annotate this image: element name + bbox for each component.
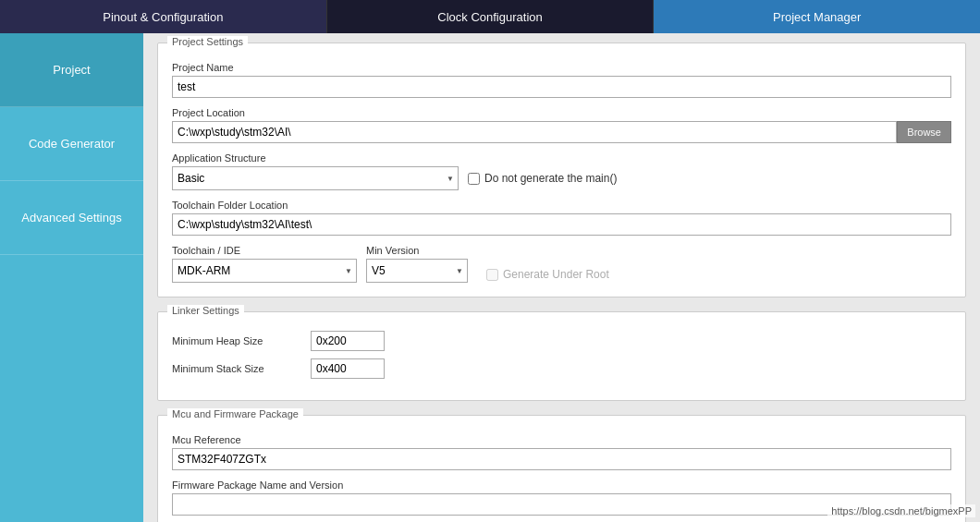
app-structure-group: Application Structure Basic Advanced Do … xyxy=(172,152,951,190)
watermark: https://blog.csdn.net/bigmexPP xyxy=(827,504,975,517)
generate-under-root-checkbox xyxy=(486,269,498,281)
min-heap-label: Minimum Heap Size xyxy=(172,335,301,346)
mcu-reference-input[interactable] xyxy=(172,448,951,470)
sidebar: Project Code Generator Advanced Settings xyxy=(0,33,143,522)
content-area: Project Settings Project Name Project Lo… xyxy=(143,33,980,522)
linker-settings-title: Linker Settings xyxy=(167,305,244,316)
mcu-firmware-title: Mcu and Firmware Package xyxy=(167,408,303,419)
toolchain-folder-group: Toolchain Folder Location xyxy=(172,200,951,236)
toolchain-folder-label: Toolchain Folder Location xyxy=(172,200,951,211)
min-version-group: Min Version V5 V4 xyxy=(366,245,468,283)
toolchain-folder-input[interactable] xyxy=(172,213,951,236)
toolchain-select-wrapper: MDK-ARM GCC IAR xyxy=(172,259,357,283)
generate-under-root-group: Generate Under Root xyxy=(477,268,609,283)
browse-button[interactable]: Browse xyxy=(897,121,951,143)
mcu-reference-label: Mcu Reference xyxy=(172,434,951,445)
firmware-package-label: Firmware Package Name and Version xyxy=(172,480,951,491)
toolchain-select[interactable]: MDK-ARM GCC IAR xyxy=(172,259,357,283)
min-version-select[interactable]: V5 V4 xyxy=(366,259,468,283)
do-not-generate-checkbox[interactable] xyxy=(468,173,480,185)
min-stack-input[interactable] xyxy=(311,358,385,379)
min-version-select-wrapper: V5 V4 xyxy=(366,259,468,283)
app-structure-select[interactable]: Basic Advanced xyxy=(172,166,459,190)
project-location-group: Project Location Browse xyxy=(172,107,951,143)
min-heap-input[interactable] xyxy=(311,331,385,351)
generate-under-root-label: Generate Under Root xyxy=(486,268,609,281)
tab-pinout-configuration[interactable]: Pinout & Configuration xyxy=(0,0,327,33)
sidebar-item-code-generator[interactable]: Code Generator xyxy=(0,107,143,181)
project-settings-title: Project Settings xyxy=(167,36,248,47)
linker-fields: Minimum Heap Size Minimum Stack Size xyxy=(172,331,951,379)
app-structure-label: Application Structure xyxy=(172,152,951,164)
top-navigation: Pinout & Configuration Clock Configurati… xyxy=(0,0,980,33)
min-version-label: Min Version xyxy=(366,245,468,256)
tab-project-manager[interactable]: Project Manager xyxy=(654,0,980,33)
do-not-generate-label: Do not generate the main() xyxy=(468,172,617,185)
tab-clock-configuration[interactable]: Clock Configuration xyxy=(327,0,655,33)
project-location-input[interactable] xyxy=(172,121,897,143)
toolchain-version-row: Toolchain / IDE MDK-ARM GCC IAR Min Vers… xyxy=(172,245,951,283)
project-settings-section: Project Settings Project Name Project Lo… xyxy=(157,42,966,297)
project-name-input[interactable] xyxy=(172,76,951,98)
project-name-label: Project Name xyxy=(172,62,951,73)
project-name-group: Project Name xyxy=(172,62,951,98)
linker-settings-section: Linker Settings Minimum Heap Size Minimu… xyxy=(157,311,966,401)
toolchain-group: Toolchain / IDE MDK-ARM GCC IAR xyxy=(172,245,357,283)
project-location-input-group: Browse xyxy=(172,121,951,143)
sidebar-item-advanced-settings[interactable]: Advanced Settings xyxy=(0,181,143,255)
app-structure-select-wrapper: Basic Advanced xyxy=(172,166,459,190)
mcu-reference-group: Mcu Reference xyxy=(172,434,951,470)
min-stack-label: Minimum Stack Size xyxy=(172,363,301,374)
mcu-fields: Mcu Reference Firmware Package Name and … xyxy=(172,434,951,516)
min-stack-row: Minimum Stack Size xyxy=(172,358,951,379)
project-location-label: Project Location xyxy=(172,107,951,118)
main-layout: Project Code Generator Advanced Settings… xyxy=(0,33,980,522)
min-heap-row: Minimum Heap Size xyxy=(172,331,951,351)
sidebar-item-project[interactable]: Project xyxy=(0,33,143,107)
toolchain-label: Toolchain / IDE xyxy=(172,245,357,256)
